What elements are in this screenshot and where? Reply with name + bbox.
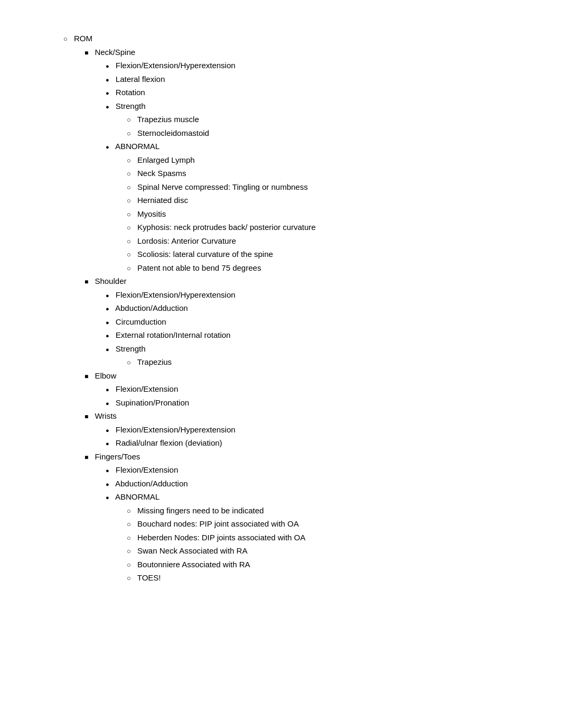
- item-label: Flexion/Extension: [116, 465, 178, 474]
- list-item: Lordosis: Anterior Curvature: [127, 234, 519, 248]
- list-item: Flexion/Extension/Hyperextension: [106, 288, 519, 302]
- list-item: Abduction/Adduction: [106, 301, 519, 315]
- item-label: Enlarged Lymph: [137, 155, 195, 164]
- item-label: Lateral flexion: [116, 75, 165, 84]
- item-label: Boutonniere Associated with RA: [137, 560, 250, 569]
- list-item: Circumduction: [106, 315, 519, 329]
- list-item: Bouchard nodes: PIP joint associated wit…: [127, 517, 519, 531]
- item-label: Flexion/Extension/Hyperextension: [116, 425, 236, 434]
- list-item: Strength Trapezius: [106, 342, 519, 369]
- list-item: Trapezius muscle: [127, 113, 519, 126]
- list-item: Strength Trapezius muscle Sternocleidoma…: [106, 99, 519, 140]
- item-label: Abduction/Adduction: [115, 303, 188, 312]
- list-item: Fingers/Toes Flexion/Extension Abduction…: [85, 450, 519, 585]
- item-label: Radial/ulnar flexion (deviation): [116, 438, 222, 447]
- list-item: Kyphosis: neck protrudes back/ posterior…: [127, 220, 519, 234]
- list-item: Abduction/Adduction: [106, 477, 519, 491]
- item-label: Rotation: [116, 88, 145, 97]
- list-item: ABNORMAL Enlarged Lymph Neck Spasms Spin…: [106, 140, 519, 274]
- list-item: Trapezius: [127, 355, 519, 369]
- outline-level2: Neck/Spine Flexion/Extension/Hyperextens…: [63, 45, 519, 585]
- list-item: Flexion/Extension/Hyperextension: [106, 423, 519, 437]
- outline-level3: Flexion/Extension/Hyperextension Lateral…: [85, 59, 519, 274]
- item-label: Flexion/Extension/Hyperextension: [116, 290, 236, 299]
- item-label: Neck/Spine: [95, 48, 135, 57]
- outline-level4: Enlarged Lymph Neck Spasms Spinal Nerve …: [106, 153, 519, 275]
- item-label: Fingers/Toes: [95, 452, 140, 461]
- item-label: Flexion/Extension/Hyperextension: [116, 61, 236, 70]
- list-item: Enlarged Lymph: [127, 153, 519, 167]
- item-label: Sternocleidomastoid: [137, 128, 209, 137]
- item-label: Kyphosis: neck protrudes back/ posterior…: [137, 223, 316, 232]
- list-item: Sternocleidomastoid: [127, 126, 519, 140]
- list-item: ROM Neck/Spine Flexion/Extension/Hyperex…: [63, 32, 519, 585]
- item-label: Strength: [116, 344, 146, 353]
- item-label: Shoulder: [95, 277, 126, 285]
- list-item: External rotation/Internal rotation: [106, 328, 519, 342]
- list-item: Neck/Spine Flexion/Extension/Hyperextens…: [85, 45, 519, 275]
- list-item: Swan Neck Associated with RA: [127, 544, 519, 558]
- list-item: Supination/Pronation: [106, 396, 519, 410]
- item-label: Flexion/Extension: [116, 384, 178, 393]
- item-label: Abduction/Adduction: [115, 479, 188, 488]
- list-item: Myositis: [127, 207, 519, 221]
- item-label: ABNORMAL: [115, 142, 160, 151]
- list-item: Rotation: [106, 86, 519, 99]
- item-label: External rotation/Internal rotation: [116, 330, 231, 339]
- list-item: Neck Spasms: [127, 167, 519, 180]
- item-label: Elbow: [95, 371, 116, 380]
- outline-level3: Flexion/Extension Abduction/Adduction AB…: [85, 463, 519, 585]
- outline-level3: Flexion/Extension/Hyperextension Abducti…: [85, 288, 519, 369]
- item-label: Spinal Nerve compressed: Tingling or num…: [137, 182, 308, 191]
- item-label: Lordosis: Anterior Curvature: [137, 236, 236, 245]
- outline-level1: ROM Neck/Spine Flexion/Extension/Hyperex…: [63, 32, 519, 585]
- outline-level4: Trapezius: [106, 355, 519, 369]
- outline-level3: Flexion/Extension Supination/Pronation: [85, 382, 519, 409]
- list-item: Flexion/Extension/Hyperextension: [106, 59, 519, 72]
- item-label: Trapezius: [137, 357, 172, 366]
- list-item: Flexion/Extension: [106, 382, 519, 396]
- list-item: TOES!: [127, 571, 519, 585]
- item-label: Strength: [116, 102, 146, 110]
- item-label: Bouchard nodes: PIP joint associated wit…: [137, 519, 299, 528]
- item-label: Swan Neck Associated with RA: [137, 546, 247, 555]
- item-label: ABNORMAL: [115, 492, 160, 501]
- item-label: Heberden Nodes: DIP joints associated wi…: [137, 533, 305, 542]
- list-item: Radial/ulnar flexion (deviation): [106, 436, 519, 450]
- item-label: TOES!: [137, 573, 161, 582]
- list-item: ABNORMAL Missing fingers need to be indi…: [106, 490, 519, 585]
- outline-level4: Missing fingers need to be indicated Bou…: [106, 504, 519, 585]
- list-item: Elbow Flexion/Extension Supination/Prona…: [85, 369, 519, 410]
- item-label: Myositis: [137, 209, 166, 218]
- item-label: ROM: [74, 34, 92, 43]
- item-label: Supination/Pronation: [116, 398, 189, 407]
- item-label: Neck Spasms: [137, 169, 186, 178]
- list-item: Scoliosis: lateral curvature of the spin…: [127, 247, 519, 261]
- list-item: Wrists Flexion/Extension/Hyperextension …: [85, 409, 519, 450]
- list-item: Shoulder Flexion/Extension/Hyperextensio…: [85, 274, 519, 369]
- item-label: Trapezius muscle: [137, 115, 199, 124]
- list-item: Lateral flexion: [106, 72, 519, 86]
- item-label: Herniated disc: [137, 196, 188, 205]
- list-item: Missing fingers need to be indicated: [127, 504, 519, 518]
- list-item: Heberden Nodes: DIP joints associated wi…: [127, 531, 519, 545]
- item-label: Missing fingers need to be indicated: [137, 506, 264, 515]
- item-label: Circumduction: [116, 317, 166, 326]
- outline-level3: Flexion/Extension/Hyperextension Radial/…: [85, 423, 519, 450]
- list-item: Spinal Nerve compressed: Tingling or num…: [127, 180, 519, 194]
- list-item: Flexion/Extension: [106, 463, 519, 477]
- list-item: Herniated disc: [127, 193, 519, 207]
- item-label: Patent not able to bend 75 degrees: [137, 263, 261, 272]
- item-label: Scoliosis: lateral curvature of the spin…: [137, 250, 273, 259]
- item-label: Wrists: [95, 411, 116, 420]
- list-item: Patent not able to bend 75 degrees: [127, 261, 519, 275]
- outline-level4: Trapezius muscle Sternocleidomastoid: [106, 113, 519, 140]
- list-item: Boutonniere Associated with RA: [127, 558, 519, 572]
